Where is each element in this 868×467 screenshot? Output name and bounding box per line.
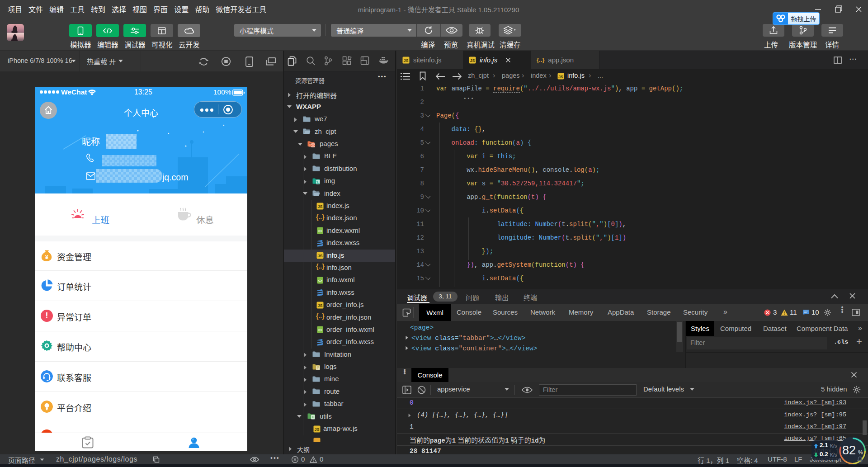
svg-text:JS: JS [314,427,319,432]
svg-text:JS: JS [403,58,408,63]
svg-text:<>: <> [318,229,322,233]
svg-text:JS: JS [317,254,322,258]
svg-text:JS: JS [317,204,322,209]
svg-text:JS: JS [470,58,475,63]
svg-text:JS: JS [558,75,563,79]
svg-text:<>: <> [318,328,322,332]
svg-text:<>: <> [311,143,316,147]
svg-text:JS: JS [317,303,322,308]
svg-text:¥: ¥ [45,254,48,260]
svg-text:<>: <> [318,278,322,283]
